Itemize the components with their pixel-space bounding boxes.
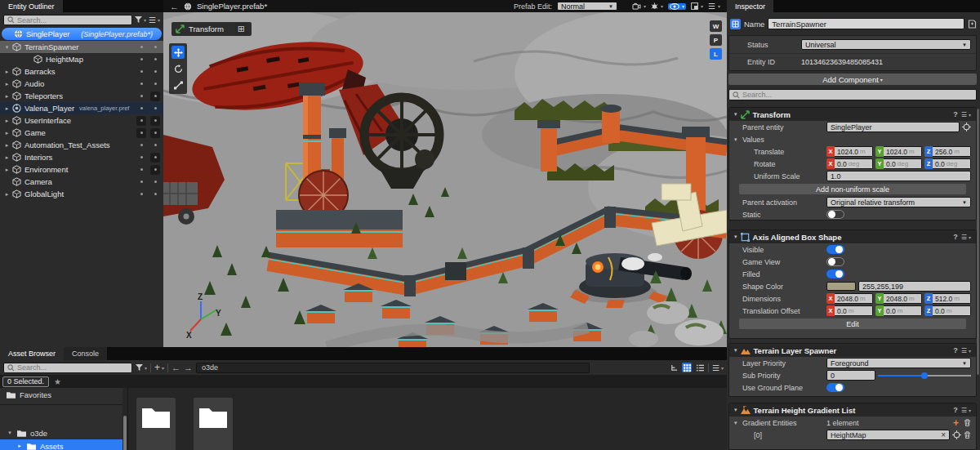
viewport-l-button[interactable]: L — [710, 48, 722, 60]
expander-icon[interactable]: ▸ — [2, 81, 11, 87]
slider-handle[interactable] — [921, 372, 928, 379]
visibility-options-button[interactable]: ▾ — [668, 3, 686, 10]
gradient-list-header[interactable]: ▾ Terrain Height Gradient List ? ☰▾ — [729, 403, 976, 417]
translate-z-field[interactable]: 256.0m — [933, 146, 971, 157]
shape-color-field[interactable]: 255,255,199 — [858, 281, 971, 292]
add-element-icon[interactable]: + — [953, 419, 959, 427]
static-toggle[interactable] — [826, 210, 844, 219]
lock-indicator[interactable] — [150, 67, 160, 77]
visibility-indicator[interactable] — [136, 67, 146, 77]
collapse-icon[interactable]: ▾ — [734, 407, 737, 413]
component-menu-icon[interactable]: ☰▾ — [961, 111, 971, 118]
visible-toggle[interactable] — [826, 245, 844, 254]
component-menu-icon[interactable]: ☰▾ — [961, 407, 971, 414]
translation_offset-x-field[interactable]: 0.0m — [835, 305, 873, 316]
tree-scrollbar[interactable] — [122, 388, 127, 450]
tree-view-button[interactable] — [669, 363, 679, 372]
values-row[interactable]: ▾ Values — [729, 133, 976, 145]
tab-asset-browser[interactable]: Asset Browser — [0, 347, 64, 360]
lock-indicator[interactable] — [150, 153, 160, 163]
favorites-item[interactable]: Favorites — [0, 388, 127, 401]
visibility-indicator[interactable] — [136, 79, 146, 89]
list-view-button[interactable] — [695, 363, 705, 372]
favorites-star-icon[interactable]: ★ — [54, 377, 61, 386]
gradient-item-field[interactable]: HeightMap × — [826, 430, 950, 440]
lock-indicator[interactable] — [150, 116, 160, 126]
expander-icon[interactable]: ▸ — [2, 69, 11, 75]
outliner-row-automation_test_assets[interactable]: ▸Automation_Test_Assets — [0, 139, 163, 151]
tab-entity-outliner[interactable]: Entity Outliner — [0, 0, 63, 12]
collapse-icon[interactable]: ▾ — [734, 234, 737, 240]
visibility-indicator[interactable] — [136, 165, 146, 175]
lock-indicator[interactable] — [150, 79, 160, 89]
lock-indicator[interactable] — [150, 42, 160, 52]
use-ground-plane-toggle[interactable] — [826, 383, 844, 392]
visibility-indicator[interactable] — [136, 128, 146, 138]
entity-name-input[interactable] — [768, 18, 964, 29]
visibility-indicator[interactable] — [136, 177, 146, 187]
layer-priority-select[interactable]: Foreground ▼ — [826, 358, 971, 368]
outliner-row-heightmap[interactable]: HeightMap — [0, 53, 163, 65]
filled-toggle[interactable] — [826, 270, 844, 278]
move-tool-button[interactable] — [172, 46, 185, 59]
edit-shape-button[interactable]: Edit — [739, 319, 966, 329]
folder-tile[interactable] — [194, 398, 233, 450]
expander-icon[interactable]: ▸ — [2, 154, 11, 161]
outliner-search-input[interactable]: Search... — [3, 15, 132, 25]
help-icon[interactable]: ? — [953, 233, 958, 241]
debug-options-button[interactable]: ▾ — [651, 2, 663, 10]
folder-tile[interactable] — [136, 398, 176, 450]
viewport-canvas[interactable]: Transform ⊞ W P L Z Y — [163, 12, 727, 347]
expander-icon[interactable]: ▾ — [2, 44, 11, 51]
delete-elements-icon[interactable] — [964, 418, 971, 427]
collapse-icon[interactable]: ▾ — [734, 111, 737, 118]
inspector-search-input[interactable]: Search... — [728, 89, 977, 100]
help-icon[interactable]: ? — [953, 110, 958, 118]
expander-icon[interactable]: ▾ — [7, 430, 13, 436]
outliner-row-audio[interactable]: ▸Audio — [0, 78, 163, 90]
outliner-row-barracks[interactable]: ▸Barracks — [0, 65, 163, 78]
dimensions-x-field[interactable]: 2048.0m — [835, 293, 873, 304]
collapse-icon[interactable]: ▾ — [734, 347, 737, 354]
rotate-x-field[interactable]: 0.0deg — [835, 158, 873, 169]
lock-indicator[interactable] — [150, 189, 160, 199]
lock-indicator[interactable] — [150, 128, 160, 138]
viewport-layout-button[interactable]: ▾ — [691, 2, 703, 10]
lock-indicator[interactable] — [150, 140, 160, 150]
visibility-indicator[interactable] — [136, 116, 146, 126]
outliner-options-button[interactable]: ☰▾ — [149, 16, 160, 25]
help-icon[interactable]: ? — [953, 346, 958, 354]
visibility-indicator[interactable] — [136, 55, 146, 65]
outliner-filter-button[interactable]: ▾ — [135, 16, 146, 24]
clear-entity-icon[interactable]: × — [941, 430, 946, 439]
pick-entity-icon[interactable] — [952, 430, 961, 439]
lock-indicator[interactable] — [150, 165, 160, 175]
uniform-scale-field[interactable]: 1.0 — [826, 171, 971, 181]
outliner-row-camera[interactable]: Camera — [0, 176, 163, 188]
lock-indicator[interactable] — [150, 91, 160, 101]
shape-color-swatch[interactable] — [826, 282, 856, 291]
asset-search-input[interactable]: Search... — [3, 363, 132, 373]
add-asset-button[interactable]: +▾ — [154, 362, 164, 373]
scale-tool-button[interactable] — [172, 78, 185, 91]
outliner-row-terrainspawner[interactable]: ▾TerrainSpawner — [0, 41, 163, 53]
transform-header[interactable]: ▾ Transform ? ☰▾ — [729, 108, 976, 121]
translate-x-field[interactable]: 1024.0m — [835, 146, 873, 157]
tab-inspector[interactable]: Inspector — [727, 0, 773, 12]
add-component-button[interactable]: Add Component ▾ — [728, 74, 977, 85]
nav-forward-button[interactable]: → — [184, 363, 193, 372]
collapse-icon[interactable]: ▾ — [734, 136, 742, 143]
rotate-tool-button[interactable] — [172, 62, 185, 75]
translation_offset-z-field[interactable]: 0.0m — [933, 305, 971, 316]
sub-priority-slider[interactable] — [878, 371, 971, 380]
parent-activation-select[interactable]: Original relative transform ▼ — [826, 197, 971, 207]
parent-entity-field[interactable]: SinglePlayer — [826, 122, 960, 132]
snap-settings-button[interactable]: ⊞ — [235, 23, 247, 35]
outliner-row-teleporters[interactable]: ▸Teleporters — [0, 90, 163, 102]
expander-icon[interactable]: ▸ — [2, 142, 11, 149]
outliner-row-interiors[interactable]: ▸Interiors — [0, 151, 163, 163]
outliner-row-environment[interactable]: ▸Environment — [0, 163, 163, 176]
selected-count-button[interactable]: 0 Selected. — [2, 376, 49, 387]
terrain-spawner-header[interactable]: ▾ Terrain Layer Spawner ? ☰▾ — [729, 344, 976, 357]
expander-icon[interactable]: ▸ — [2, 118, 11, 124]
